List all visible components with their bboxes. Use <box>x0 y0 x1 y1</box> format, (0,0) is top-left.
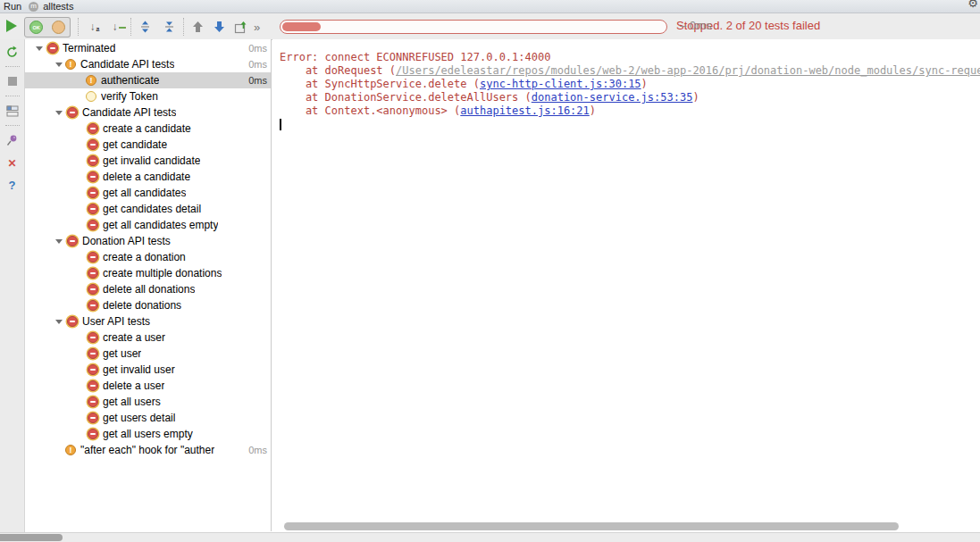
tree-row[interactable]: get all candidates empty <box>25 217 271 233</box>
export-test-results-button[interactable] <box>231 18 249 36</box>
tree-row[interactable]: delete donations <box>25 297 271 313</box>
console-text: Error: connect ECONNREFUSED 127.0.0.1:40… <box>280 51 550 63</box>
tree-row[interactable]: get all users <box>25 394 271 410</box>
show-passed-toggle[interactable]: OK <box>24 17 48 38</box>
toolbar-separator <box>5 125 20 126</box>
expander-arrow-icon[interactable] <box>53 239 65 244</box>
tree-row[interactable]: delete a candidate <box>25 169 271 185</box>
tree-row[interactable]: create a user <box>25 329 271 346</box>
test-status-terminated-icon <box>88 284 98 295</box>
tree-row[interactable]: Candidate API tests0ms <box>25 56 271 72</box>
tree-row[interactable]: create a candidate <box>25 121 271 137</box>
test-label: create a donation <box>103 251 186 263</box>
test-label: "after each" hook for "auther <box>80 444 214 456</box>
console-text: ) <box>692 91 699 104</box>
stack-trace-link[interactable]: /Users/edeleastar/repos/modules/web-2/we… <box>396 64 980 77</box>
tree-row[interactable]: Terminated0ms <box>25 40 271 56</box>
tree-row[interactable]: get invalid user <box>25 362 271 378</box>
down-arrow-icon <box>214 21 225 33</box>
tree-row[interactable]: create a donation <box>25 249 271 265</box>
console-line: at Context.<anonymous> (authapitest.js:1… <box>280 104 980 118</box>
tree-row[interactable]: Donation API tests <box>25 233 271 249</box>
help-button[interactable]: ? <box>4 176 21 194</box>
tree-row[interactable]: verify Token <box>25 88 271 104</box>
down-arrow-glyph: ↓ <box>90 21 96 32</box>
rerun-failed-tests-button[interactable] <box>4 43 21 61</box>
test-status-warning-icon <box>86 75 96 86</box>
expander-arrow-icon[interactable] <box>53 111 65 115</box>
console-horizontal-scrollbar[interactable] <box>284 522 899 530</box>
test-duration: 0ms <box>243 75 271 86</box>
sort-alpha-icon: ↓ a z <box>90 21 96 32</box>
tree-row[interactable]: Candidate API tests <box>25 104 271 121</box>
test-status-terminated-icon <box>88 171 98 182</box>
test-duration: 0ms <box>243 445 271 455</box>
down-arrow-glyph: ↓ <box>113 21 118 32</box>
test-label: get candidate <box>103 138 167 151</box>
test-duration: 0ms <box>243 59 271 70</box>
close-button[interactable]: ✕ <box>4 154 21 172</box>
window-bottom-scrollbar-thumb[interactable] <box>0 534 63 541</box>
console-line: at SyncHttpService.delete (sync-http-cli… <box>280 78 980 91</box>
letter-z: z <box>96 27 100 32</box>
toolbar-separator <box>5 96 20 96</box>
pin-icon <box>6 134 18 146</box>
tab-alltests[interactable]: alltests <box>43 1 73 12</box>
tree-row[interactable]: authenticate0ms <box>25 72 271 88</box>
stack-trace-link[interactable]: sync-http-client.js:30:15 <box>480 78 641 90</box>
tree-row[interactable]: get user <box>25 346 271 362</box>
test-status-terminated-icon <box>88 300 98 311</box>
next-failed-test-button[interactable] <box>210 18 228 36</box>
collapse-all-button[interactable] <box>160 18 178 36</box>
tree-row[interactable]: get users detail <box>25 410 271 426</box>
pin-tab-button[interactable] <box>4 131 21 149</box>
tree-row[interactable]: User API tests <box>25 313 271 329</box>
settings-gear-icon[interactable]: ⚙ <box>967 0 978 10</box>
test-status-terminated-icon <box>88 155 98 166</box>
test-status-terminated-icon <box>88 123 98 134</box>
tree-row[interactable]: delete a user <box>25 378 271 394</box>
tree-row[interactable]: get candidates detail <box>25 201 271 217</box>
tree-row[interactable]: get all users empty <box>25 426 271 442</box>
more-actions-button[interactable]: » <box>254 21 260 34</box>
text-caret <box>280 119 281 130</box>
console-output[interactable]: Error: connect ECONNREFUSED 127.0.0.1:40… <box>272 39 980 521</box>
test-label: create a user <box>103 331 165 344</box>
window-bottom-scrollbar-track <box>0 532 980 542</box>
sort-alphabetically-button[interactable]: ↓ a z <box>84 18 102 36</box>
restore-layout-button[interactable] <box>4 102 21 120</box>
tree-row[interactable]: delete all donations <box>25 281 271 297</box>
close-icon: ✕ <box>7 158 16 169</box>
tree-row[interactable]: "after each" hook for "auther0ms <box>25 442 271 458</box>
up-arrow-icon <box>192 21 204 33</box>
rerun-tests-button[interactable] <box>6 20 17 32</box>
console-line: Error: connect ECONNREFUSED 127.0.0.1:40… <box>280 51 980 64</box>
stack-trace-link[interactable]: authapitest.js:16:21 <box>460 104 590 117</box>
stack-trace-link[interactable]: donation-service.js:53:35 <box>532 91 693 104</box>
layout-icon <box>6 105 19 117</box>
test-label: get users detail <box>103 412 175 424</box>
sort-by-duration-button[interactable]: ↓ <box>106 18 124 36</box>
console-text: at Context.<anonymous> ( <box>280 104 460 117</box>
expander-arrow-icon[interactable] <box>33 46 46 51</box>
panel-splitter[interactable] <box>271 39 272 531</box>
tree-row[interactable]: get all candidates <box>25 185 271 201</box>
test-label: delete a user <box>103 379 164 392</box>
rerun-icon <box>5 46 19 59</box>
stop-button[interactable] <box>4 72 21 90</box>
test-label: get user <box>103 347 141 360</box>
show-ignored-toggle[interactable] <box>47 17 71 38</box>
previous-failed-test-button[interactable] <box>188 18 206 36</box>
test-status-terminated-icon <box>88 429 98 439</box>
tree-row[interactable]: create multiple donations <box>25 265 271 281</box>
tree-row[interactable]: get invalid candidate <box>25 153 271 169</box>
runner-side-toolbar: ✕ ? <box>0 39 25 532</box>
console-text: ) <box>590 104 596 117</box>
test-label: Candidate API tests <box>80 58 174 71</box>
tool-window-title: Run <box>4 1 21 12</box>
expand-all-button[interactable] <box>136 18 154 36</box>
expander-arrow-icon[interactable] <box>53 63 65 67</box>
expander-arrow-icon[interactable] <box>53 320 65 324</box>
test-label: authenticate <box>101 74 159 87</box>
tree-row[interactable]: get candidate <box>25 137 271 153</box>
